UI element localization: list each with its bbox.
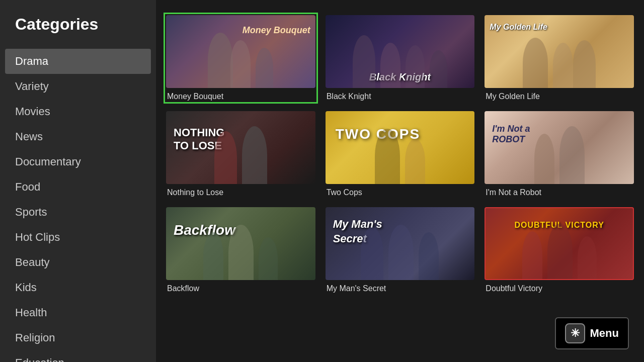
- menu-label: Menu: [590, 327, 619, 340]
- sidebar-item-food[interactable]: Food: [0, 174, 156, 200]
- thumbnail-doubtful-victory: [485, 207, 634, 280]
- sidebar-item-hot-clips[interactable]: Hot Clips: [0, 225, 156, 250]
- show-title-my-golden-life: My Golden Life: [485, 92, 634, 101]
- sidebar: Categories Drama Variety Movies News Doc…: [0, 0, 156, 362]
- menu-asterisk-icon: ✳: [565, 323, 585, 343]
- sidebar-item-variety[interactable]: Variety: [0, 74, 156, 99]
- sidebar-item-documentary[interactable]: Documentary: [0, 149, 156, 174]
- sidebar-item-religion[interactable]: Religion: [0, 325, 156, 350]
- main-content: Money Bouquet Black Knight: [156, 0, 644, 362]
- content-grid: Money Bouquet Black Knight: [166, 15, 634, 293]
- show-card-not-a-robot[interactable]: I'm Not a Robot: [485, 111, 634, 197]
- sidebar-item-education[interactable]: Education: [0, 350, 156, 362]
- people-two-cops: [326, 111, 475, 184]
- people-my-mans-secret: [326, 207, 475, 280]
- show-card-my-mans-secret[interactable]: My Man's Secret: [326, 207, 475, 293]
- sidebar-item-beauty[interactable]: Beauty: [0, 250, 156, 275]
- show-card-doubtful-victory[interactable]: Doubtful Victory: [485, 207, 634, 293]
- sidebar-item-health[interactable]: Health: [0, 300, 156, 325]
- sidebar-item-news[interactable]: News: [0, 124, 156, 149]
- show-card-backflow[interactable]: Backflow: [166, 207, 315, 293]
- sidebar-item-movies[interactable]: Movies: [0, 99, 156, 124]
- thumbnail-black-knight: [326, 15, 475, 88]
- show-card-money-bouquet[interactable]: Money Bouquet: [166, 15, 315, 101]
- show-title-money-bouquet: Money Bouquet: [166, 92, 315, 101]
- thumbnail-money-bouquet: [166, 15, 315, 88]
- people-money-bouquet: [166, 15, 315, 88]
- people-black-knight: [326, 15, 475, 88]
- thumbnail-not-a-robot: [485, 111, 634, 184]
- sidebar-item-drama[interactable]: Drama: [5, 49, 151, 74]
- thumbnail-my-golden-life: [485, 15, 634, 88]
- show-title-black-knight: Black Knight: [326, 92, 475, 101]
- menu-button[interactable]: ✳ Menu: [555, 317, 629, 349]
- show-card-nothing-to-lose[interactable]: Nothing to Lose: [166, 111, 315, 197]
- show-title-two-cops: Two Cops: [326, 188, 475, 197]
- thumbnail-two-cops: [326, 111, 475, 184]
- people-my-golden-life: [485, 15, 634, 88]
- show-title-not-a-robot: I'm Not a Robot: [485, 188, 634, 197]
- people-doubtful-victory: [486, 208, 633, 279]
- sidebar-item-kids[interactable]: Kids: [0, 275, 156, 300]
- sidebar-item-sports[interactable]: Sports: [0, 200, 156, 225]
- people-not-a-robot: [485, 111, 634, 184]
- thumbnail-backflow: [166, 207, 315, 280]
- show-title-nothing-to-lose: Nothing to Lose: [166, 188, 315, 197]
- show-title-doubtful-victory: Doubtful Victory: [485, 284, 634, 293]
- sidebar-title: Categories: [0, 15, 156, 49]
- show-title-backflow: Backflow: [166, 284, 315, 293]
- show-title-my-mans-secret: My Man's Secret: [326, 284, 475, 293]
- show-card-my-golden-life[interactable]: My Golden Life: [485, 15, 634, 101]
- thumbnail-my-mans-secret: [326, 207, 475, 280]
- show-card-black-knight[interactable]: Black Knight: [326, 15, 475, 101]
- thumbnail-nothing-to-lose: [166, 111, 315, 184]
- show-card-two-cops[interactable]: Two Cops: [326, 111, 475, 197]
- people-backflow: [166, 207, 315, 280]
- people-nothing-to-lose: [166, 111, 315, 184]
- asterisk-symbol: ✳: [571, 327, 580, 340]
